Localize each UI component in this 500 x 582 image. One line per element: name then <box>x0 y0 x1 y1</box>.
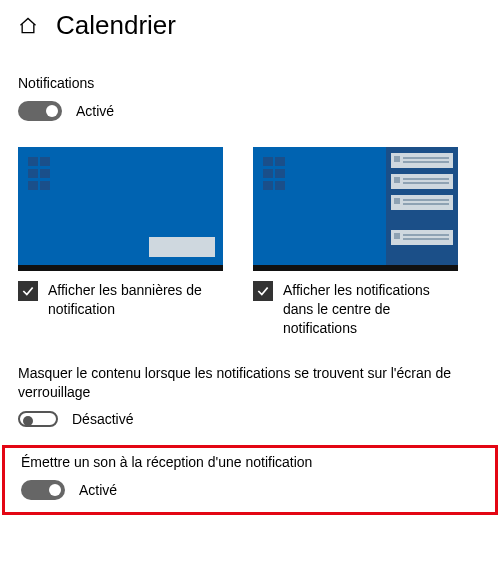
notifications-toggle-state: Activé <box>76 103 114 119</box>
hide-content-toggle[interactable] <box>18 411 58 427</box>
center-checkbox[interactable] <box>253 281 273 301</box>
hide-content-description: Masquer le contenu lorsque les notificat… <box>18 364 482 402</box>
sound-toggle[interactable] <box>21 480 65 500</box>
sound-setting-title: Émettre un son à la réception d'une noti… <box>21 454 479 470</box>
notifications-toggle[interactable] <box>18 101 62 121</box>
banner-checkbox[interactable] <box>18 281 38 301</box>
center-checkbox-label: Afficher les notifications dans le centr… <box>283 281 458 338</box>
center-preview <box>253 147 458 271</box>
sound-toggle-state: Activé <box>79 482 117 498</box>
sound-setting-highlight: Émettre un son à la réception d'une noti… <box>2 445 498 515</box>
banner-checkbox-label: Afficher les bannières de notification <box>48 281 223 319</box>
banner-preview <box>18 147 223 271</box>
home-icon[interactable] <box>18 16 38 36</box>
hide-content-toggle-state: Désactivé <box>72 411 133 427</box>
page-title: Calendrier <box>56 10 176 41</box>
notifications-section-label: Notifications <box>18 75 482 91</box>
